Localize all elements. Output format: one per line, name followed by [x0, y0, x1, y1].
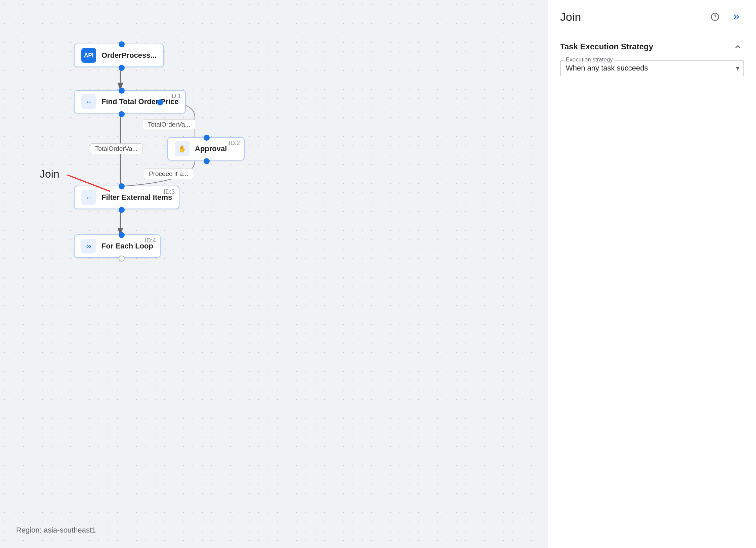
workflow-canvas[interactable]: API OrderProcess... ID:1 ↔ Find Total Or… — [0, 0, 548, 548]
foreach-top-dot[interactable] — [119, 232, 125, 238]
filter-icon-1: ↔ — [81, 94, 96, 109]
field-value: When any task succeeds — [566, 64, 738, 73]
node-top-dot[interactable] — [119, 41, 125, 47]
node-id-3: ID:3 — [164, 188, 175, 195]
filter-bottom-dot[interactable] — [119, 207, 125, 213]
section-title: Task Execution Strategy — [560, 42, 653, 51]
help-button[interactable] — [708, 9, 722, 24]
foreach-bottom-dot[interactable] — [119, 256, 125, 262]
field-label: Execution strategy — [564, 56, 614, 63]
connector-svg — [0, 0, 548, 548]
panel-header-icons — [708, 9, 744, 24]
condition-box-1: TotalOrderVa... — [143, 119, 195, 130]
find-total-right-dot[interactable] — [157, 99, 163, 105]
find-total-bottom-dot[interactable] — [119, 111, 125, 117]
find-total-node[interactable]: ID:1 ↔ Find Total Order Price — [74, 90, 186, 113]
filter-top-dot[interactable] — [119, 183, 125, 189]
dropdown-icon: ▾ — [736, 64, 740, 73]
task-execution-section: Task Execution Strategy Execution strate… — [548, 31, 756, 86]
approval-node[interactable]: ID:2 ✋ Approval — [167, 137, 245, 161]
order-process-label: OrderProcess... — [101, 51, 157, 60]
node-id-4: ID:4 — [145, 237, 156, 244]
node-id-1: ID:1 — [170, 93, 181, 100]
approval-bottom-dot[interactable] — [204, 158, 210, 164]
svg-line-5 — [67, 175, 110, 191]
find-total-label: Find Total Order Price — [101, 97, 178, 106]
join-text: Join — [40, 168, 59, 180]
approval-top-dot[interactable] — [204, 135, 210, 141]
execution-strategy-field[interactable]: Execution strategy When any task succeed… — [560, 60, 744, 76]
order-process-node[interactable]: API OrderProcess... — [74, 44, 164, 67]
api-icon: API — [81, 48, 96, 63]
approval-icon: ✋ — [175, 141, 190, 156]
right-panel: Join Task Execution Strategy — [548, 0, 756, 548]
loop-icon: ∞ — [81, 239, 96, 254]
region-label: Region: asia-southeast1 — [16, 526, 96, 535]
expand-panel-button[interactable] — [729, 9, 744, 24]
node-bottom-dot[interactable] — [119, 65, 125, 71]
find-total-top-dot[interactable] — [119, 88, 125, 94]
panel-header: Join — [548, 0, 756, 31]
condition-box-3: Proceed if a... — [144, 169, 193, 179]
collapse-button[interactable] — [732, 41, 744, 53]
approval-label: Approval — [195, 144, 227, 153]
node-id-2: ID:2 — [229, 140, 240, 147]
panel-title: Join — [560, 10, 581, 24]
section-header: Task Execution Strategy — [560, 41, 744, 53]
for-each-node[interactable]: ID:4 ∞ For Each Loop — [74, 234, 161, 258]
condition-box-2: TotalOrderVa... — [90, 143, 142, 154]
